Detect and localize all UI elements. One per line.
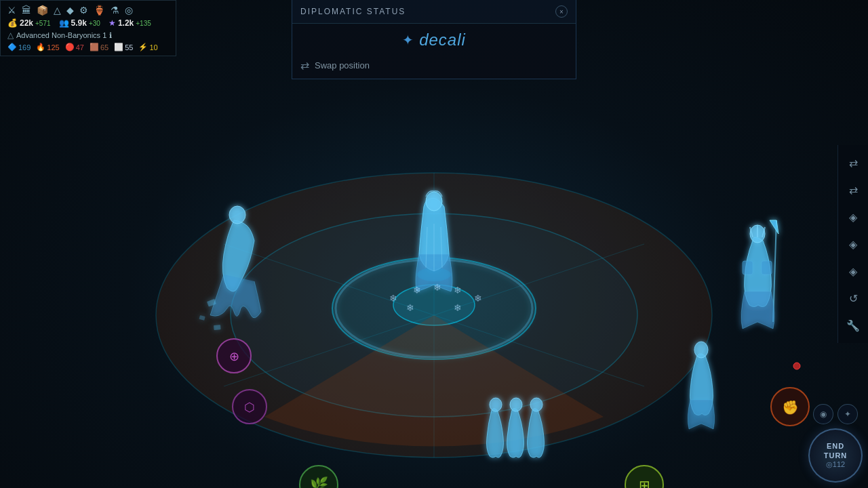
svg-point-9 (426, 192, 442, 211)
hud-icon-gear[interactable]: ⚙ (79, 5, 88, 16)
faction-row: △ Advanced Non-Baryonics 1 ℹ (7, 30, 169, 40)
res-red: 🔴 47 (65, 43, 84, 52)
science-plus: +135 (136, 20, 151, 27)
snowflake-6: ❄ (406, 302, 414, 313)
res-fire: 🔥 125 (36, 43, 59, 52)
res-energy-icon: ⚡ (138, 43, 148, 52)
arena-svg: ❄ ❄ ❄ ❄ ❄ ❄ ❄ 🌿 ⊞ ◎ ⊕ ⬡ (129, 125, 739, 464)
gold-value: 22k (20, 18, 33, 28)
right-icon-2[interactable]: ⇄ (841, 178, 865, 202)
diplo-faction-name: decali (419, 30, 466, 49)
res-fire-icon: 🔥 (36, 43, 45, 52)
snowflake-3: ❄ (433, 282, 441, 293)
science-icon: ★ (108, 18, 116, 28)
svg-text:⊞: ⊞ (639, 478, 650, 488)
res-brown-value: 65 (100, 43, 108, 52)
diplo-title: DIPLOMATIC STATUS (300, 7, 406, 16)
res-blue-value: 169 (18, 43, 31, 52)
population-plus: +30 (89, 20, 100, 27)
right-panel: ⇄ ⇄ ◈ ◈ ◈ ↺ 🔧 (837, 145, 868, 343)
hud-icon-building[interactable]: 🏛 (22, 5, 31, 16)
resource-row: 🔷 169 🔥 125 🔴 47 🟫 65 ⬜ 55 ⚡ 10 (7, 43, 169, 52)
right-icon-3[interactable]: ◈ (841, 205, 865, 229)
hud-icon-flask[interactable]: 🏺 (94, 5, 105, 16)
res-white-value: 55 (125, 43, 133, 52)
res-white-icon: ⬜ (114, 43, 123, 52)
svg-point-13 (229, 206, 245, 224)
res-blue: 🔷 169 (7, 43, 31, 52)
faction-triangle-icon: △ (7, 30, 14, 40)
end-turn-label: END TURN (824, 442, 848, 460)
hud-icon-sword[interactable]: ⚔ (7, 5, 16, 16)
mini-icon-2[interactable]: ✦ (837, 404, 858, 424)
svg-point-22 (490, 398, 502, 411)
mini-icon-1[interactable]: ◉ (813, 404, 833, 424)
end-turn-line1: END (827, 442, 844, 450)
diplo-header: DIPLOMATIC STATUS × (292, 0, 576, 24)
res-energy: ⚡ 10 (138, 43, 157, 52)
svg-point-21 (694, 342, 708, 358)
svg-point-24 (530, 398, 542, 411)
right-icon-1[interactable]: ⇄ (841, 150, 865, 175)
faction-purple-top-icon[interactable]: ⊕ (217, 339, 251, 373)
snowflake-1: ❄ (389, 293, 397, 304)
hud-icon-circle[interactable]: ◎ (125, 5, 133, 16)
gold-icon: 💰 (7, 18, 18, 28)
res-energy-value: 10 (149, 43, 157, 52)
status-dot-red (793, 363, 800, 369)
right-icon-7[interactable]: 🔧 (841, 313, 865, 338)
diplo-close-button[interactable]: × (555, 5, 568, 18)
diplomatic-status-panel: DIPLOMATIC STATUS × ✦ decali ⇄ Swap posi… (292, 0, 576, 79)
population-value: 5.9k (71, 18, 87, 28)
science-value: 1.2k (118, 18, 134, 28)
end-turn-line2: TURN (824, 451, 848, 460)
swap-label: Swap position (315, 60, 370, 70)
svg-text:🌿: 🌿 (310, 476, 329, 488)
right-icon-5[interactable]: ◈ (841, 259, 865, 283)
char-bottom-group (487, 398, 545, 458)
res-red-icon: 🔴 (65, 43, 75, 52)
bottom-right-controls: ◉ ✦ END TURN ◎112 (808, 404, 863, 483)
svg-text:⬡: ⬡ (244, 401, 255, 414)
mini-icons-row: ◉ ✦ (813, 404, 858, 424)
stat-science: ★ 1.2k +135 (108, 18, 151, 28)
res-blue-icon: 🔷 (7, 43, 17, 52)
svg-point-23 (510, 398, 522, 411)
right-icon-4[interactable]: ◈ (841, 232, 865, 256)
stat-population: 👥 5.9k +30 (59, 18, 100, 28)
stat-gold: 💰 22k +571 (7, 18, 51, 28)
res-fire-value: 125 (47, 43, 59, 52)
snowflake-7: ❄ (454, 302, 462, 313)
svg-text:⊕: ⊕ (229, 350, 239, 363)
res-brown-icon: 🟫 (90, 43, 99, 52)
hud-stats: 💰 22k +571 👥 5.9k +30 ★ 1.2k +135 (7, 18, 169, 28)
gold-plus: +571 (35, 20, 51, 27)
end-turn-button[interactable]: END TURN ◎112 (808, 428, 863, 483)
faction-orange-icon[interactable]: ✊ (771, 388, 809, 426)
snowflake-4: ❄ (454, 285, 462, 296)
svg-rect-19 (762, 261, 772, 274)
res-brown: 🟫 65 (90, 43, 108, 52)
hud-icon-science[interactable]: ⚗ (111, 5, 119, 16)
hud-toolbar: ⚔ 🏛 📦 △ ◆ ⚙ 🏺 ⚗ ◎ (7, 5, 169, 16)
diplo-swap-row[interactable]: ⇄ Swap position (292, 56, 576, 79)
right-icon-6[interactable]: ↺ (841, 286, 865, 310)
faction-info-icon[interactable]: ℹ (109, 31, 112, 40)
diplo-faction-icon: ✦ (402, 32, 414, 48)
faction-purple-bottom-icon[interactable]: ⬡ (233, 390, 267, 424)
res-red-value: 47 (76, 43, 84, 52)
diplo-name-row: ✦ decali (292, 24, 576, 56)
swap-icon: ⇄ (300, 59, 309, 72)
faction-name: Advanced Non-Baryonics 1 (16, 31, 106, 39)
hud-icon-diamond[interactable]: ◆ (66, 5, 74, 16)
svg-rect-18 (743, 261, 753, 274)
svg-text:✊: ✊ (782, 399, 799, 415)
hud-icon-box[interactable]: 📦 (37, 5, 48, 16)
hud-panel: ⚔ 🏛 📦 △ ◆ ⚙ 🏺 ⚗ ◎ 💰 22k +571 👥 5.9k +30 … (0, 0, 176, 56)
svg-rect-16 (214, 325, 221, 330)
turn-number: ◎112 (826, 460, 845, 469)
res-white: ⬜ 55 (114, 43, 133, 52)
snowflake-2: ❄ (413, 285, 421, 296)
arena-container: ❄ ❄ ❄ ❄ ❄ ❄ ❄ 🌿 ⊞ ◎ ⊕ ⬡ (129, 125, 739, 464)
hud-icon-triangle[interactable]: △ (54, 5, 61, 16)
